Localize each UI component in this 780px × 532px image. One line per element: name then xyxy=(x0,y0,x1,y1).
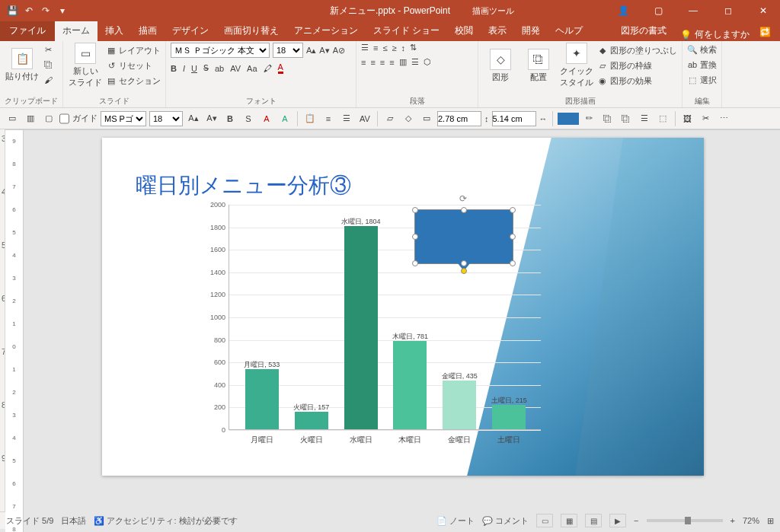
resize-handle[interactable] xyxy=(461,207,467,213)
tab-transition[interactable]: 画面切り替え xyxy=(216,21,286,41)
cut-button[interactable]: ✂ xyxy=(43,43,53,56)
chart-bar[interactable] xyxy=(295,412,328,429)
shrink-font-button[interactable]: A▾ xyxy=(319,46,329,56)
spacing-icon[interactable]: AV xyxy=(357,111,372,126)
resize-handle[interactable] xyxy=(510,234,516,240)
qat2-btn[interactable]: ▢ xyxy=(41,111,56,126)
smartart-button[interactable]: ⬡ xyxy=(424,57,431,67)
find-button[interactable]: 🔍検索 xyxy=(687,43,717,56)
tab-shape-format[interactable]: 図形の書式 xyxy=(613,21,674,41)
bullets-icon[interactable]: ☰ xyxy=(339,111,354,126)
chart-bar[interactable] xyxy=(443,381,476,429)
line-spacing-button[interactable]: ↕ xyxy=(401,43,406,53)
chart-bar[interactable] xyxy=(245,369,279,429)
paste-icon[interactable]: 📋 xyxy=(302,111,318,126)
chart-bar[interactable] xyxy=(492,405,526,429)
grow-font-button[interactable]: A▴ xyxy=(306,46,316,56)
redo-icon[interactable]: ↷ xyxy=(40,5,52,17)
callout-shape-selected[interactable]: ⟳ xyxy=(414,209,513,264)
arrange-button[interactable]: ⿻配置 xyxy=(521,49,556,83)
share-button[interactable]: 🔁 xyxy=(750,23,780,41)
arrange-icon[interactable]: ⿻ xyxy=(600,111,615,126)
arrange-icon[interactable]: ⿻ xyxy=(619,111,634,126)
resize-handle[interactable] xyxy=(412,207,418,213)
tab-slideshow[interactable]: スライド ショー xyxy=(366,21,447,41)
shape-height-input[interactable] xyxy=(437,111,481,126)
maximize-button[interactable]: ◻ xyxy=(711,0,745,21)
misc-icon[interactable]: ⋯ xyxy=(717,111,732,126)
fill-color-icon[interactable] xyxy=(558,113,579,125)
reset-button[interactable]: ↺リセット xyxy=(106,59,161,72)
columns-button[interactable]: ▥ xyxy=(399,57,407,67)
shape-outline-button[interactable]: ▱図形の枠線 xyxy=(597,59,677,72)
tab-review[interactable]: 校閲 xyxy=(447,21,481,41)
slide-title[interactable]: 曜日別メニュー分析③ xyxy=(136,171,351,200)
comments-toggle[interactable]: 💬 コメント xyxy=(482,515,529,527)
shape-width-input[interactable] xyxy=(492,111,536,126)
align-right-button[interactable]: ≡ xyxy=(380,58,385,67)
section-button[interactable]: ▤セクション xyxy=(106,74,161,88)
select-button[interactable]: ⬚選択 xyxy=(687,73,717,87)
align-left-button[interactable]: ≡ xyxy=(361,58,366,67)
numbering-button[interactable]: ≡ xyxy=(373,43,378,53)
paste-button[interactable]: 📋貼り付け xyxy=(5,48,40,82)
zoom-slider[interactable] xyxy=(647,519,723,522)
layout-button[interactable]: ▦レイアウト xyxy=(106,43,161,57)
accessibility-status[interactable]: ♿ アクセシビリティ: 検討が必要です xyxy=(94,515,237,527)
shape-icon[interactable]: ▱ xyxy=(382,111,398,126)
group-icon[interactable]: ⬚ xyxy=(655,111,670,126)
tab-draw[interactable]: 描画 xyxy=(131,21,165,41)
qat2-font-select[interactable]: MS Pゴ xyxy=(101,111,146,126)
tab-insert[interactable]: 挿入 xyxy=(98,21,131,41)
grow-font-icon[interactable]: A▴ xyxy=(186,111,201,126)
tab-animation[interactable]: アニメーション xyxy=(286,21,366,41)
char-spacing-button[interactable]: AV xyxy=(230,64,241,73)
replace-button[interactable]: ab置換 xyxy=(687,58,717,72)
save-icon[interactable]: 💾 xyxy=(6,5,18,17)
qat2-btn[interactable]: ▥ xyxy=(23,111,38,126)
slide-canvas-wrap[interactable]: 曜日別メニュー分析③ 02004006008001000120014001600… xyxy=(24,130,780,532)
qat2-btn[interactable]: ▭ xyxy=(5,111,20,126)
copy-button[interactable]: ⿻ xyxy=(43,58,53,72)
misc-icon[interactable]: 🖼 xyxy=(680,111,695,126)
undo-icon[interactable]: ↶ xyxy=(23,5,35,17)
bullets-button[interactable]: ☰ xyxy=(361,43,369,53)
highlight-button[interactable]: 🖍 xyxy=(264,64,272,73)
indent-dec-button[interactable]: ≤ xyxy=(382,43,387,53)
font-color-icon[interactable]: A xyxy=(259,111,274,126)
tab-home[interactable]: ホーム xyxy=(55,21,98,41)
guide-checkbox[interactable] xyxy=(59,111,69,126)
zoom-in-button[interactable]: + xyxy=(730,516,735,525)
bold-button[interactable]: B xyxy=(171,64,177,73)
slideshow-view-button[interactable]: ▶ xyxy=(609,514,626,527)
font-size-select[interactable]: 18 xyxy=(273,43,303,58)
slide-thumbnail-panel[interactable]: 3456789 xyxy=(0,129,5,511)
shape-icon[interactable]: ▭ xyxy=(419,111,434,126)
quick-styles-button[interactable]: ✦クイック スタイル xyxy=(559,43,594,88)
italic-button[interactable]: I xyxy=(183,64,185,73)
font-color-button[interactable]: A xyxy=(278,62,283,74)
shape-icon[interactable]: ◇ xyxy=(401,111,416,126)
shapes-button[interactable]: ◇図形 xyxy=(483,49,518,83)
tab-view[interactable]: 表示 xyxy=(481,21,514,41)
indent-inc-button[interactable]: ≥ xyxy=(392,43,396,53)
tab-developer[interactable]: 開発 xyxy=(514,21,548,41)
tab-design[interactable]: デザイン xyxy=(165,21,216,41)
chart-bar[interactable] xyxy=(393,341,427,429)
resize-handle[interactable] xyxy=(510,207,516,213)
misc-icon[interactable]: ✂ xyxy=(698,111,714,126)
justify-button[interactable]: ≡ xyxy=(389,58,394,67)
shadow-button[interactable]: ab xyxy=(215,64,224,73)
tell-me[interactable]: 💡何をしますか xyxy=(680,28,750,41)
shadow-icon[interactable]: S xyxy=(241,111,256,126)
clear-format-button[interactable]: A⊘ xyxy=(333,46,345,56)
wordart-icon[interactable]: A xyxy=(277,111,292,126)
resize-handle[interactable] xyxy=(412,234,418,240)
strike-button[interactable]: S̶ xyxy=(203,63,209,73)
sorter-view-button[interactable]: ▦ xyxy=(561,514,577,527)
adjust-handle[interactable] xyxy=(461,268,467,274)
resize-handle[interactable] xyxy=(412,260,418,266)
zoom-out-button[interactable]: − xyxy=(634,516,638,525)
tab-file[interactable]: ファイル xyxy=(0,21,55,41)
shape-fill-button[interactable]: ◆図形の塗りつぶし xyxy=(597,43,677,57)
